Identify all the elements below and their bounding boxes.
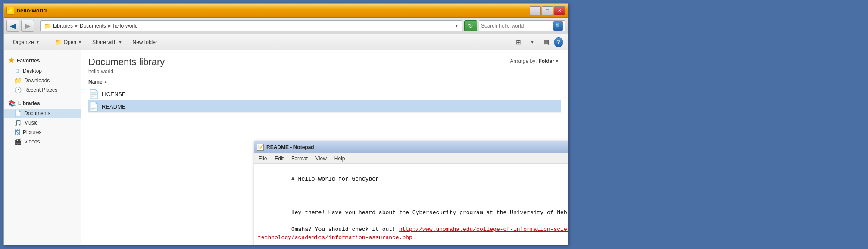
breadcrumb-sep-2: ▶: [108, 23, 111, 28]
close-button[interactable]: ✕: [554, 6, 565, 15]
notepad-menu-file[interactable]: File: [257, 155, 269, 162]
documents-icon: 📄: [14, 110, 22, 117]
libraries-icon: 📚: [8, 100, 16, 107]
open-label: Open: [64, 39, 76, 45]
arrange-by-value: Folder: [538, 58, 554, 64]
notepad-menu: File Edit Format View Help: [254, 153, 568, 164]
notepad-menu-edit[interactable]: Edit: [273, 155, 285, 162]
favorites-star-icon: ★: [8, 56, 14, 65]
view-dropdown-icon: ▼: [531, 40, 534, 44]
breadcrumb-folder-icon: 📁: [44, 22, 51, 29]
back-button[interactable]: ◀: [6, 20, 19, 32]
title-bar: 📁 hello-world _ □ ✕: [4, 4, 568, 18]
sidebar-item-recent-label: Recent Places: [24, 87, 57, 93]
sort-indicator: ▲: [104, 80, 108, 84]
arrange-by-label: Arrange by:: [510, 58, 537, 64]
sidebar-item-downloads-label: Downloads: [24, 78, 50, 84]
notepad-title-icon: 📝: [257, 144, 264, 151]
help-button[interactable]: ?: [554, 37, 563, 47]
notepad-line-4: Omaha? You should check it out!: [291, 226, 399, 233]
notepad-title-text: README - Notepad: [266, 144, 568, 150]
readme-file-name: README: [102, 103, 126, 110]
open-chevron-icon: ▼: [78, 40, 82, 44]
explorer-window: 📁 hello-world _ □ ✕ ◀ ▶ 📁 Libraries ▶ Do…: [3, 3, 568, 245]
music-icon: 🎵: [14, 119, 22, 126]
search-button[interactable]: 🔍: [553, 21, 563, 31]
file-row-readme[interactable]: 📄 README: [88, 100, 561, 113]
pictures-icon: 🖼: [14, 129, 20, 136]
sidebar-item-documents-label: Documents: [24, 110, 50, 116]
open-button[interactable]: 📁 Open ▼: [50, 36, 87, 48]
sidebar-item-recent-places[interactable]: 🕐 Recent Places: [4, 85, 81, 95]
sidebar-item-videos[interactable]: 🎬 Videos: [4, 137, 81, 146]
breadcrumb-sep-1: ▶: [75, 23, 78, 28]
nav-bar: ◀ ▶ 📁 Libraries ▶ Documents ▶ hello-worl…: [4, 18, 568, 34]
sidebar-item-downloads[interactable]: 📁 Downloads: [4, 76, 81, 85]
notepad-line-1: # Hello-world for Gencyber: [291, 176, 379, 182]
videos-icon: 🎬: [14, 138, 22, 145]
breadcrumb-dropdown-icon[interactable]: ▼: [455, 24, 459, 28]
sidebar-item-desktop[interactable]: 🖥 Desktop: [4, 66, 81, 76]
arrange-by-control: Arrange by: Folder ▼: [510, 58, 559, 64]
toolbar-right: ⊞ ▼ ▤ ?: [512, 36, 563, 48]
maximize-button[interactable]: □: [542, 6, 553, 15]
library-subtitle: hello-world: [88, 68, 561, 75]
view-dropdown-button[interactable]: ▼: [526, 36, 538, 48]
search-box: 🔍: [479, 20, 565, 31]
organize-chevron-icon: ▼: [36, 40, 40, 44]
share-chevron-icon: ▼: [119, 40, 122, 44]
notepad-menu-help[interactable]: Help: [333, 155, 347, 162]
refresh-button[interactable]: ↻: [464, 20, 477, 31]
new-folder-button[interactable]: New folder: [128, 36, 162, 48]
arrange-by-dropdown[interactable]: Folder ▼: [538, 58, 559, 64]
favorites-label: Favorites: [17, 58, 40, 64]
column-name-header[interactable]: Name ▲: [88, 79, 561, 85]
search-icon: 🔍: [555, 23, 562, 29]
notepad-title-bar: 📝 README - Notepad _ □ ✕: [254, 141, 568, 153]
main-area: ★ Favorites 🖥 Desktop 📁 Downloads 🕐 Rece…: [4, 50, 568, 245]
new-folder-label: New folder: [133, 39, 157, 45]
window-icon: 📁: [6, 7, 14, 15]
breadcrumb-current[interactable]: hello-world: [113, 23, 138, 29]
organize-button[interactable]: Organize ▼: [8, 36, 44, 48]
view-layout-button[interactable]: ⊞: [512, 36, 525, 48]
notepad-menu-format[interactable]: Format: [290, 155, 309, 162]
sidebar-section-libraries[interactable]: 📚 Libraries: [4, 98, 81, 109]
view-layout-icon: ⊞: [516, 39, 521, 46]
sidebar-item-desktop-label: Desktop: [23, 68, 42, 74]
license-file-icon: 📄: [88, 89, 99, 99]
column-name-label: Name: [88, 79, 103, 85]
downloads-folder-icon: 📁: [14, 77, 22, 84]
arrange-chevron-icon: ▼: [555, 59, 559, 63]
window-controls: _ □ ✕: [530, 6, 565, 15]
share-with-button[interactable]: Share with ▼: [87, 36, 127, 48]
share-with-label: Share with: [92, 39, 117, 45]
toolbar-separator-1: [47, 38, 47, 47]
sidebar-item-videos-label: Videos: [24, 139, 40, 145]
toolbar: Organize ▼ 📁 Open ▼ Share with ▼ New fol…: [4, 34, 568, 50]
readme-file-icon: 📄: [88, 101, 99, 112]
sidebar-section-favorites[interactable]: ★ Favorites: [4, 55, 81, 66]
sidebar-item-music-label: Music: [24, 120, 37, 126]
sidebar-item-music[interactable]: 🎵 Music: [4, 118, 81, 128]
file-row-license[interactable]: 📄 LICENSE: [88, 88, 561, 100]
breadcrumb-libraries[interactable]: Libraries: [53, 23, 73, 29]
notepad-menu-view[interactable]: View: [314, 155, 328, 162]
notepad-content[interactable]: # Hello-world for Gencyber Hey there! Ha…: [254, 164, 568, 245]
notepad-window: 📝 README - Notepad _ □ ✕ File Edit Forma…: [254, 141, 568, 245]
desktop-icon: 🖥: [14, 68, 20, 75]
preview-pane-button[interactable]: ▤: [540, 36, 552, 48]
file-list-header: Name ▲: [88, 77, 561, 87]
sidebar-item-pictures-label: Pictures: [23, 129, 41, 135]
sidebar-item-pictures[interactable]: 🖼 Pictures: [4, 128, 81, 137]
sidebar-item-documents[interactable]: 📄 Documents: [4, 109, 81, 118]
forward-button[interactable]: ▶: [21, 20, 34, 32]
breadcrumb-bar[interactable]: 📁 Libraries ▶ Documents ▶ hello-world ▼: [40, 20, 462, 31]
breadcrumb-documents[interactable]: Documents: [80, 23, 106, 29]
notepad-line-3: Hey there! Have you heard about the Cybe…: [291, 209, 568, 216]
preview-pane-icon: ▤: [543, 39, 549, 46]
content-area: Documents library hello-world Arrange by…: [81, 50, 568, 245]
libraries-label: Libraries: [18, 100, 40, 106]
search-input[interactable]: [481, 23, 553, 29]
minimize-button[interactable]: _: [530, 6, 541, 15]
